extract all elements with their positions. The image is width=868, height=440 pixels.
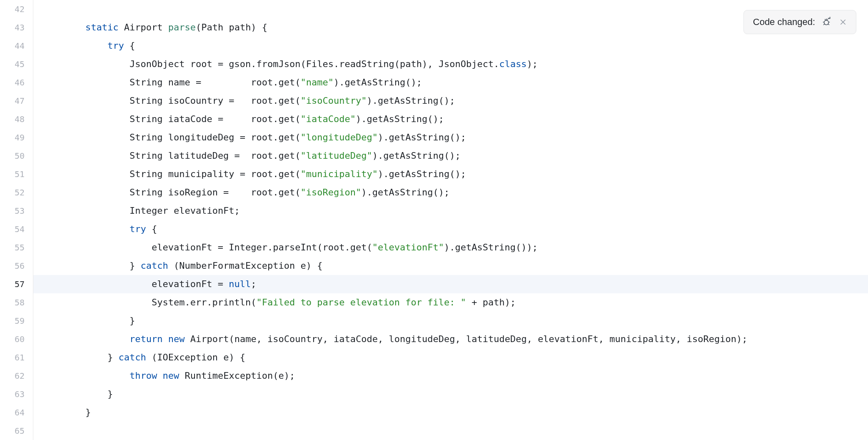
- code-line[interactable]: [63, 422, 868, 440]
- code-line[interactable]: JsonObject root = gson.fromJson(Files.re…: [63, 55, 868, 73]
- line-number: 50: [0, 147, 33, 165]
- code-line[interactable]: try {: [63, 220, 868, 238]
- close-icon[interactable]: [838, 17, 848, 28]
- bug-refresh-icon[interactable]: [821, 17, 832, 28]
- line-number: 53: [0, 202, 33, 220]
- code-line[interactable]: }: [63, 385, 868, 403]
- code-line[interactable]: elevationFt = null;: [63, 275, 868, 293]
- line-number: 57: [0, 275, 33, 293]
- line-number: 45: [0, 55, 33, 73]
- line-number: 48: [0, 110, 33, 128]
- line-number: 47: [0, 92, 33, 110]
- code-changed-notification: Code changed:: [743, 10, 856, 34]
- line-number: 55: [0, 238, 33, 257]
- code-line[interactable]: elevationFt = Integer.parseInt(root.get(…: [63, 238, 868, 257]
- line-number: 43: [0, 18, 33, 37]
- line-number: 63: [0, 385, 33, 403]
- code-area[interactable]: static Airport parse(Path path) { try { …: [33, 0, 868, 440]
- line-number: 56: [0, 257, 33, 275]
- line-number: 59: [0, 312, 33, 330]
- code-line[interactable]: }: [63, 403, 868, 422]
- line-number: 44: [0, 37, 33, 55]
- line-number: 62: [0, 367, 33, 385]
- line-number: 58: [0, 293, 33, 312]
- line-number: 52: [0, 183, 33, 202]
- code-line[interactable]: System.err.println("Failed to parse elev…: [63, 293, 868, 312]
- line-number: 46: [0, 73, 33, 92]
- code-editor[interactable]: 4243444546474849505152535455565758596061…: [0, 0, 868, 440]
- line-number: 49: [0, 128, 33, 147]
- line-number: 42: [0, 0, 33, 18]
- code-line[interactable]: throw new RuntimeException(e);: [63, 367, 868, 385]
- line-number: 65: [0, 422, 33, 440]
- code-line[interactable]: String isoRegion = root.get("isoRegion")…: [63, 183, 868, 202]
- code-line[interactable]: String latitudeDeg = root.get("latitudeD…: [63, 147, 868, 165]
- code-line[interactable]: try {: [63, 37, 868, 55]
- line-number: 64: [0, 403, 33, 422]
- code-line[interactable]: String name = root.get("name").getAsStri…: [63, 73, 868, 92]
- code-line[interactable]: } catch (IOException e) {: [63, 348, 868, 367]
- code-line[interactable]: } catch (NumberFormatException e) {: [63, 257, 868, 275]
- code-line[interactable]: Integer elevationFt;: [63, 202, 868, 220]
- line-number: 51: [0, 165, 33, 183]
- line-number: 60: [0, 330, 33, 348]
- notification-text: Code changed:: [753, 17, 815, 28]
- line-number: 54: [0, 220, 33, 238]
- code-line[interactable]: return new Airport(name, isoCountry, iat…: [63, 330, 868, 348]
- code-line[interactable]: String iataCode = root.get("iataCode").g…: [63, 110, 868, 128]
- code-line[interactable]: String longitudeDeg = root.get("longitud…: [63, 128, 868, 147]
- code-line[interactable]: }: [63, 312, 868, 330]
- code-line[interactable]: String isoCountry = root.get("isoCountry…: [63, 92, 868, 110]
- line-number: 61: [0, 348, 33, 367]
- line-number-gutter: 4243444546474849505152535455565758596061…: [0, 0, 33, 440]
- code-line[interactable]: String municipality = root.get("municipa…: [63, 165, 868, 183]
